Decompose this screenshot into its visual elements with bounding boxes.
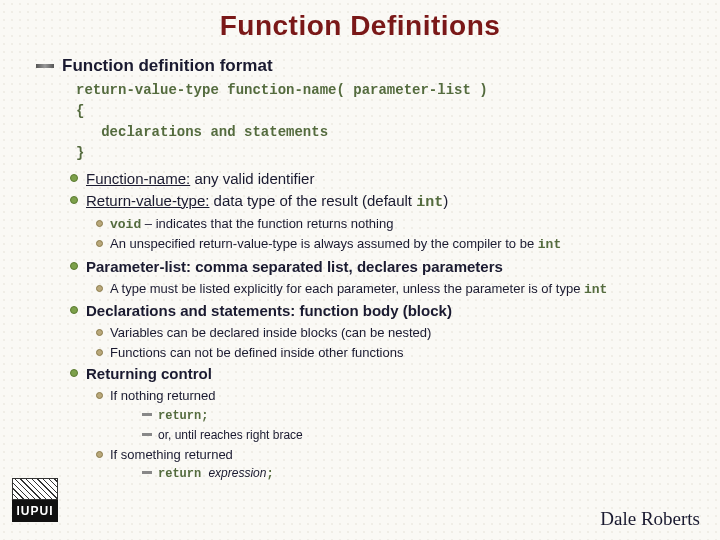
bullet-return-stmt: return; [142,406,698,426]
bullet-return-value-type: Return-value-type: data type of the resu… [70,190,698,214]
bullet-something-returned: If something returned [96,445,698,465]
iupui-logo: IUPUI [12,478,58,524]
bullet-until-brace: or, until reaches right brace [142,426,698,445]
bullet-vars-nested: Variables can be declared inside blocks … [96,323,698,343]
logo-text: IUPUI [12,500,58,522]
bullet-nothing-returned: If nothing returned [96,386,698,406]
bullet-fns-not-nested: Functions can not be defined inside othe… [96,343,698,363]
slide-title: Function Definitions [22,10,698,42]
author-name: Dale Roberts [600,508,700,530]
bullet-return-expression: return expression; [142,464,698,484]
bullet-param-type: A type must be listed explicitly for eac… [96,279,698,300]
bullet-returning-control: Returning control [70,362,698,386]
building-icon [12,478,58,500]
code-block: return-value-type function-name( paramet… [76,80,698,164]
bullet-parameter-list: Parameter-list: comma separated list, de… [70,255,698,279]
bullet-function-name: Function-name: any valid identifier [70,168,698,190]
bullet-unspecified-type: An unspecified return-value-type is alwa… [96,234,698,255]
bullet-void: void – indicates that the function retur… [96,214,698,235]
bullet-declarations: Declarations and statements: function bo… [70,299,698,323]
section-heading: Function definition format [36,56,698,76]
